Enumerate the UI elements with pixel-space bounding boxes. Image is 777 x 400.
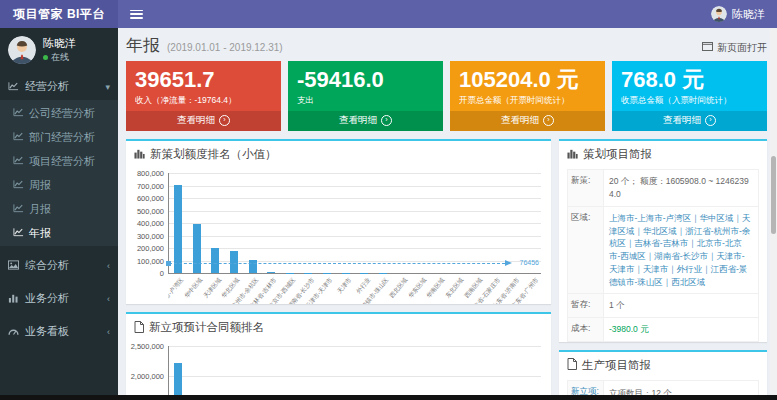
sidebar-item-公司经营分析[interactable]: 公司经营分析 <box>0 101 118 125</box>
sidebar-item-周报[interactable]: 周报 <box>0 173 118 197</box>
brief-row-label: 暂存: <box>568 294 604 317</box>
view-detail-label: 查看明细 <box>501 114 539 127</box>
bar-slot <box>188 346 207 395</box>
bar-chart-icon <box>8 293 19 305</box>
stat-card: 39651.7收入（净流量：-19764.4）查看明细› <box>126 61 281 131</box>
panel-title: 新立项预计合同额排名 <box>149 320 264 335</box>
x-axis-labels: 上海市-上海市-卢湾区华中区域天津区域华北区域浙江省-杭州市-余杭区吉林省-吉林… <box>168 274 541 304</box>
dashboard-icon <box>8 326 19 338</box>
brief-value-line: 立项数目：12 个 <box>609 386 711 395</box>
y-axis-tick-label: 500,000 <box>137 206 164 215</box>
brief-row: 成本:-3980.0 元 <box>568 318 758 341</box>
brief-row-label: 区域: <box>568 207 604 294</box>
bar-slot <box>355 173 374 273</box>
x-slot: 广东省-广州市 <box>522 274 541 304</box>
user-avatar <box>8 36 36 64</box>
bar <box>174 363 182 396</box>
scrollbar-thumb[interactable] <box>771 156 776 234</box>
bar-slot <box>281 346 300 395</box>
bar <box>193 224 201 274</box>
right-column: 策划项目简报 新策:20 个； 额度：1605908.0 ~ 12462394.… <box>559 139 767 395</box>
sidebar: 陈晓洋 在线 经营分析▾公司经营分析部门经营分析项目经营分析周报月报年报综合分析… <box>0 28 118 395</box>
y-axis-tick-label: 2,500,000 <box>131 342 164 351</box>
sidebar-item-label: 项目经营分析 <box>29 154 95 169</box>
sidebar-item-label: 年报 <box>29 226 51 241</box>
line-chart-icon <box>13 107 24 119</box>
x-slot: 江西省-景德镇市-珠山区 <box>373 274 392 304</box>
bar-slot <box>504 346 523 395</box>
x-axis-tick-label: 华南区域 <box>425 276 447 300</box>
view-detail-button[interactable]: 查看明细› <box>126 111 281 131</box>
bar-slot <box>318 346 337 395</box>
arrow-circle-right-icon: › <box>381 115 392 126</box>
left-column: 新策划额度排名（小值） 800,000700,000600,000500,000… <box>126 139 551 395</box>
view-detail-button[interactable]: 查看明细› <box>612 111 767 131</box>
chart-plot-area: 800,000700,000600,000500,000400,000300,0… <box>168 173 541 274</box>
average-value-label: 76456 <box>520 259 539 266</box>
bar-chart-contract-rank: 2,500,0002,000,0001,500,0001,000,000500,… <box>126 340 551 395</box>
user-online-status: 在线 <box>43 51 76 64</box>
menu-toggle-button[interactable] <box>130 10 143 19</box>
x-axis-tick-label: 上海市-上海市-卢湾区 <box>168 276 186 304</box>
brief-row-value: 立项数目：12 个预计合同额：4400778.0 元估算成本：300767.0 … <box>604 381 716 395</box>
sidebar-item-经营分析[interactable]: 经营分析▾ <box>0 73 118 100</box>
bar-slot <box>429 173 448 273</box>
app-logo[interactable]: 项目管家 BI平台 <box>0 0 118 28</box>
sidebar-item-业务分析[interactable]: 业务分析‹ <box>0 285 118 312</box>
panel-title: 策划项目简报 <box>583 147 652 162</box>
view-detail-button[interactable]: 查看明细› <box>450 111 605 131</box>
sidebar-item-项目经营分析[interactable]: 项目经营分析 <box>0 149 118 173</box>
sidebar-item-业务看板[interactable]: 业务看板‹ <box>0 318 118 345</box>
sidebar-item-label: 业务看板 <box>25 324 69 339</box>
brief-row-label: 新策: <box>568 170 604 206</box>
open-in-new-page-button[interactable]: 新页面打开 <box>702 41 767 55</box>
stat-card-body: 768.0 元收票总金额（入票时间统计） <box>612 61 767 111</box>
bar-series <box>169 173 541 273</box>
average-line: 76456 <box>169 263 505 264</box>
sidebar-item-部门经营分析[interactable]: 部门经营分析 <box>0 125 118 149</box>
bar-slot <box>206 173 225 273</box>
bar-slot <box>169 346 188 395</box>
bar-slot <box>318 173 337 273</box>
panel-chart-contract-rank: 新立项预计合同额排名 2,500,0002,000,0001,500,0001,… <box>126 312 551 395</box>
sidebar-item-年报[interactable]: 年报 <box>0 221 118 245</box>
view-detail-button[interactable]: 查看明细› <box>288 111 443 131</box>
chevron-left-icon: ‹ <box>107 294 110 304</box>
arrow-circle-right-icon: › <box>705 115 716 126</box>
brief-row-value: 20 个； 额度：1605908.0 ~ 12462394.0 <box>604 170 758 206</box>
x-axis-tick-label: 华中区域 <box>182 276 204 300</box>
y-axis-tick-label: 700,000 <box>137 181 164 190</box>
sidebar-item-label: 公司经营分析 <box>29 106 95 121</box>
bar-slot <box>188 173 207 273</box>
stat-card: 105204.0 元开票总金额（开票时间统计）查看明细› <box>450 61 605 131</box>
chevron-left-icon: ‹ <box>107 327 110 337</box>
x-axis-tick-label: 天津市 <box>336 276 354 296</box>
bar-slot <box>411 346 430 395</box>
sidebar-item-label: 综合分析 <box>25 258 69 273</box>
bar-slot <box>392 173 411 273</box>
menu-gap <box>0 345 118 351</box>
panel-production-brief: 生产项目简报 新立项:立项数目：12 个预计合同额：4400778.0 元估算成… <box>559 350 767 395</box>
bar <box>267 272 275 274</box>
stat-card-label: 支出 <box>297 95 434 107</box>
brief-row-value: -3980.0 元 <box>604 318 654 341</box>
bar-slot <box>243 346 262 395</box>
bar-chart-planning-rank: 800,000700,000600,000500,000400,000300,0… <box>126 167 551 304</box>
x-slot: 天津市 <box>336 274 355 304</box>
panel-header: 新立项预计合同额排名 <box>126 314 551 340</box>
brief-row-label: 成本: <box>568 318 604 341</box>
bar-slot <box>485 346 504 395</box>
sidebar-menu: 经营分析▾公司经营分析部门经营分析项目经营分析周报月报年报综合分析‹业务分析‹业… <box>0 73 118 351</box>
scrollbar-track[interactable] <box>770 28 777 395</box>
x-slot: 上海市-上海市-卢湾区 <box>168 274 187 304</box>
line-chart-icon <box>13 227 24 239</box>
x-slot: 西北区域 <box>392 274 411 304</box>
bar-slot <box>392 346 411 395</box>
topbar-user-menu[interactable]: 陈晓洋 <box>711 6 777 22</box>
panel-header: 生产项目简报 <box>559 352 767 378</box>
sidebar-item-月报[interactable]: 月报 <box>0 197 118 221</box>
view-detail-label: 查看明细 <box>339 114 377 127</box>
sidebar-item-label: 业务分析 <box>25 291 69 306</box>
sidebar-item-综合分析[interactable]: 综合分析‹ <box>0 252 118 279</box>
view-detail-label: 查看明细 <box>177 114 215 127</box>
